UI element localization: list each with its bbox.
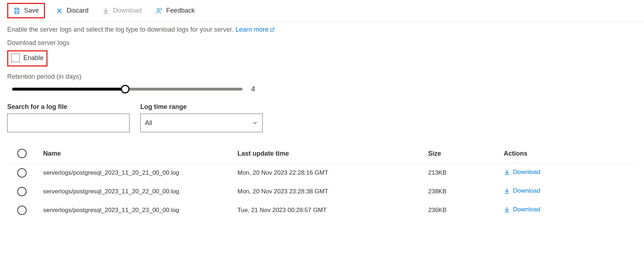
row-download-label: Download (513, 187, 540, 194)
header-size[interactable]: Size (428, 150, 504, 157)
row-last-update: Mon, 20 Nov 2023 23:28:38 GMT (237, 188, 428, 195)
feedback-icon (155, 7, 163, 14)
table-row: serverlogs/postgresql_2023_11_20_21_00_0… (7, 164, 637, 182)
close-icon (56, 7, 63, 14)
description-body: Enable the server logs and select the lo… (7, 26, 233, 33)
row-download-label: Download (513, 206, 540, 213)
feedback-button[interactable]: Feedback (153, 5, 198, 16)
enable-highlight-box: Enable (7, 50, 47, 66)
feedback-label: Feedback (166, 7, 195, 14)
header-name[interactable]: Name (43, 150, 237, 157)
search-filter: Search for a log file (7, 103, 130, 132)
filters-row: Search for a log file Log time range All (7, 103, 637, 132)
discard-button[interactable]: Discard (53, 5, 91, 16)
save-icon (13, 7, 21, 14)
row-size: 236KB (428, 207, 504, 214)
content-area: Enable the server logs and select the lo… (0, 22, 644, 227)
table-row: serverlogs/postgresql_2023_11_20_23_00_0… (7, 201, 637, 220)
table-row: serverlogs/postgresql_2023_11_20_22_00_0… (7, 182, 637, 201)
row-select-cell (7, 206, 43, 215)
header-actions: Actions (504, 150, 637, 157)
download-icon (504, 188, 510, 194)
row-radio[interactable] (17, 206, 27, 215)
row-last-update: Mon, 20 Nov 2023 22:28:16 GMT (237, 169, 428, 176)
download-button: Download (99, 5, 145, 16)
download-label: Download (113, 7, 142, 14)
enable-checkbox[interactable]: Enable (11, 54, 44, 62)
retention-slider[interactable] (12, 86, 242, 93)
row-actions: Download (504, 187, 637, 196)
learn-more-label: Learn more (235, 26, 268, 33)
external-link-icon (270, 27, 275, 32)
enable-label: Enable (23, 54, 44, 62)
retention-label: Retention period (in days) (7, 73, 637, 81)
time-range-value: All (145, 119, 152, 127)
retention-slider-row: 4 (7, 85, 637, 93)
slider-fill (12, 88, 125, 91)
svg-point-6 (157, 8, 160, 11)
table-header-row: Name Last update time Size Actions (7, 144, 637, 164)
row-radio[interactable] (17, 187, 27, 196)
row-actions: Download (504, 169, 637, 177)
row-select-cell (7, 168, 43, 178)
search-label: Search for a log file (7, 103, 130, 111)
download-icon (102, 7, 109, 14)
select-all-radio[interactable] (17, 149, 27, 158)
row-download-link[interactable]: Download (504, 169, 540, 176)
checkbox-icon (11, 54, 20, 62)
slider-thumb[interactable] (121, 85, 130, 93)
svg-rect-0 (16, 8, 18, 9)
download-icon (504, 169, 510, 175)
row-actions: Download (504, 206, 637, 215)
time-range-filter: Log time range All (140, 103, 263, 132)
row-download-label: Download (513, 169, 540, 176)
row-radio[interactable] (17, 168, 27, 178)
header-last-update[interactable]: Last update time (237, 150, 428, 157)
download-icon (504, 206, 510, 213)
time-range-label: Log time range (140, 103, 263, 111)
download-logs-label: Download server logs (7, 39, 637, 47)
description-text: Enable the server logs and select the lo… (7, 26, 637, 33)
svg-rect-1 (16, 11, 18, 13)
row-size: 213KB (428, 169, 504, 176)
table-body: serverlogs/postgresql_2023_11_20_21_00_0… (7, 164, 637, 220)
retention-value: 4 (251, 85, 255, 93)
time-range-select[interactable]: All (140, 114, 263, 132)
toolbar: Save Discard Download Feedback (0, 0, 644, 22)
logs-table: Name Last update time Size Actions serve… (7, 144, 637, 220)
row-select-cell (7, 187, 43, 196)
row-last-update: Tue, 21 Nov 2023 00:28:57 GMT (237, 207, 428, 214)
row-download-link[interactable]: Download (504, 206, 540, 213)
row-name: serverlogs/postgresql_2023_11_20_21_00_0… (43, 169, 237, 176)
chevron-down-icon (252, 120, 258, 126)
save-label: Save (24, 7, 39, 14)
learn-more-link[interactable]: Learn more (235, 26, 275, 33)
row-download-link[interactable]: Download (504, 187, 540, 194)
header-select (7, 149, 43, 158)
discard-label: Discard (67, 7, 89, 14)
search-input[interactable] (7, 114, 130, 132)
row-size: 238KB (428, 188, 504, 195)
row-name: serverlogs/postgresql_2023_11_20_23_00_0… (43, 207, 237, 214)
save-button[interactable]: Save (7, 3, 45, 18)
row-name: serverlogs/postgresql_2023_11_20_22_00_0… (43, 188, 237, 195)
